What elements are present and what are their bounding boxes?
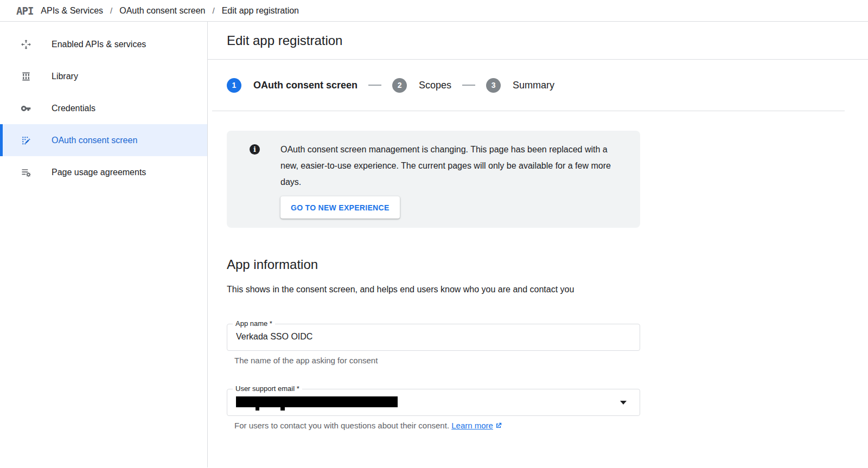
user-support-email-label: User support email * (233, 384, 302, 393)
step-summary[interactable]: 3 Summary (486, 78, 554, 93)
sidebar-item-credentials[interactable]: Credentials (0, 92, 207, 124)
step-1-badge: 1 (227, 78, 241, 93)
sidebar: Enabled APIs & services Library Credenti… (0, 22, 208, 467)
breadcrumb-separator: / (110, 6, 112, 15)
step-3-badge: 3 (486, 78, 501, 93)
banner-message: OAuth consent screen management is chang… (280, 142, 625, 190)
helper-text: For users to contact you with questions … (234, 421, 451, 430)
step-connector (462, 85, 475, 86)
sidebar-item-label: Credentials (52, 104, 95, 113)
step-scopes[interactable]: 2 Scopes (392, 78, 451, 93)
key-icon (21, 103, 31, 114)
library-icon (21, 71, 31, 82)
user-support-email-field[interactable]: User support email * (227, 389, 640, 416)
learn-more-link[interactable]: Learn more (451, 421, 493, 430)
dropdown-arrow-icon[interactable] (620, 401, 627, 405)
info-banner: i OAuth consent screen management is cha… (227, 131, 640, 228)
page-header: Edit app registration (208, 22, 868, 60)
go-to-new-experience-button[interactable]: GO TO NEW EXPERIENCE (280, 196, 400, 219)
sidebar-item-enabled-apis-services[interactable]: Enabled APIs & services (0, 28, 207, 60)
step-1-label: OAuth consent screen (253, 80, 358, 91)
sidebar-item-label: Enabled APIs & services (52, 40, 146, 49)
main-content: Edit app registration 1 OAuth consent sc… (208, 22, 868, 467)
top-bar: API APIs & Services / OAuth consent scre… (0, 0, 868, 22)
step-connector (368, 85, 381, 86)
info-icon: i (250, 144, 260, 155)
app-information-heading: App information (227, 257, 868, 272)
form-content: i OAuth consent screen management is cha… (208, 111, 868, 431)
step-3-label: Summary (513, 80, 554, 91)
breadcrumb-oauth-consent-screen[interactable]: OAuth consent screen (119, 6, 205, 16)
step-2-badge: 2 (392, 78, 407, 93)
oauth-consent-icon (21, 135, 31, 146)
app-name-helper: The name of the app asking for consent (234, 356, 868, 365)
app-information-description: This shows in the consent screen, and he… (227, 281, 631, 298)
user-support-email-helper: For users to contact you with questions … (234, 421, 868, 431)
step-oauth-consent-screen[interactable]: 1 OAuth consent screen (227, 78, 358, 93)
sidebar-item-label: OAuth consent screen (52, 136, 137, 145)
sidebar-item-label: Library (52, 72, 78, 81)
agreements-gear-icon (21, 167, 31, 178)
app-name-input[interactable] (227, 324, 607, 342)
sidebar-item-library[interactable]: Library (0, 60, 207, 92)
breadcrumb: APIs & Services / OAuth consent screen /… (41, 6, 299, 16)
breadcrumb-edit-app-registration: Edit app registration (222, 6, 299, 16)
stepper: 1 OAuth consent screen 2 Scopes 3 Summar… (227, 78, 554, 93)
redaction-artifact (280, 407, 285, 411)
external-link-icon (495, 422, 502, 431)
sidebar-item-label: Page usage agreements (52, 168, 146, 177)
enabled-apis-icon (21, 39, 31, 50)
stepper-row: 1 OAuth consent screen 2 Scopes 3 Summar… (208, 60, 868, 111)
breadcrumb-apis-services[interactable]: APIs & Services (41, 6, 103, 16)
step-2-label: Scopes (419, 80, 451, 91)
redacted-email-value (236, 396, 398, 407)
sidebar-item-page-usage-agreements[interactable]: Page usage agreements (0, 156, 207, 188)
breadcrumb-separator: / (213, 6, 215, 15)
redaction-artifact (256, 407, 259, 411)
app-name-field: App name * (227, 324, 640, 351)
api-logo[interactable]: API (16, 5, 33, 17)
sidebar-item-oauth-consent-screen[interactable]: OAuth consent screen (0, 124, 207, 156)
app-name-label: App name * (233, 319, 275, 328)
page-title: Edit app registration (227, 33, 342, 48)
